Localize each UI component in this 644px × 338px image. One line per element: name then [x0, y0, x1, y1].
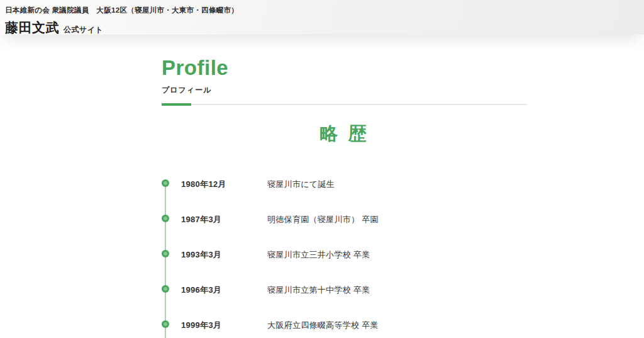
timeline-entry: 1987年3月 明徳保育園（寝屋川市） 卒園 [162, 215, 527, 250]
timeline-entry: 1993年3月 寝屋川市立三井小学校 卒業 [162, 250, 527, 285]
timeline-entry-date: 1980年12月 [181, 179, 226, 190]
timeline-entry-description: 寝屋川市立第十中学校 卒業 [267, 284, 370, 296]
site-name-home-link[interactable]: 藤田文武 [5, 19, 59, 37]
history-timeline: 1980年12月 寝屋川市にて誕生 1987年3月 明徳保育園（寝屋川市） 卒園… [162, 179, 527, 338]
section-divider [162, 104, 527, 105]
timeline-entry-date: 1993年3月 [181, 249, 221, 261]
timeline-dot [162, 285, 169, 293]
timeline-dot [162, 215, 169, 222]
timeline-entry-description: 寝屋川市にて誕生 [267, 179, 335, 190]
timeline-entry-date: 1996年3月 [181, 284, 221, 296]
party-affiliation-line: 日本維新の会 衆議院議員 大阪12区（寝屋川市・大東市・四條畷市） [5, 6, 638, 15]
timeline-dot [162, 179, 169, 187]
timeline-dot [162, 250, 169, 257]
history-section-heading: 略 歴 [162, 121, 527, 147]
timeline-entry-description: 大阪府立四條畷高等学校 卒業 [267, 320, 379, 331]
page-subtitle: プロフィール [162, 85, 527, 96]
profile-section: Profile プロフィール 略 歴 1980年12月 寝屋川市にて誕生 198… [162, 35, 527, 338]
site-title-row: 藤田文武 公式サイト [5, 19, 638, 37]
divider-accent-bar [162, 103, 191, 106]
timeline-dot [162, 320, 169, 328]
timeline-entry: 1980年12月 寝屋川市にて誕生 [162, 179, 527, 215]
timeline-entry: 1999年3月 大阪府立四條畷高等学校 卒業 [162, 320, 527, 338]
timeline-entry: 1996年3月 寝屋川市立第十中学校 卒業 [162, 285, 527, 320]
page-title: Profile [162, 57, 527, 79]
site-name-suffix: 公式サイト [64, 25, 103, 35]
timeline-entry-date: 1987年3月 [181, 214, 221, 225]
timeline-entry-description: 寝屋川市立三井小学校 卒業 [267, 249, 370, 261]
site-header: 日本維新の会 衆議院議員 大阪12区（寝屋川市・大東市・四條畷市） 藤田文武 公… [0, 0, 644, 35]
timeline-entry-date: 1999年3月 [181, 320, 221, 331]
timeline-entry-description: 明徳保育園（寝屋川市） 卒園 [267, 214, 379, 225]
